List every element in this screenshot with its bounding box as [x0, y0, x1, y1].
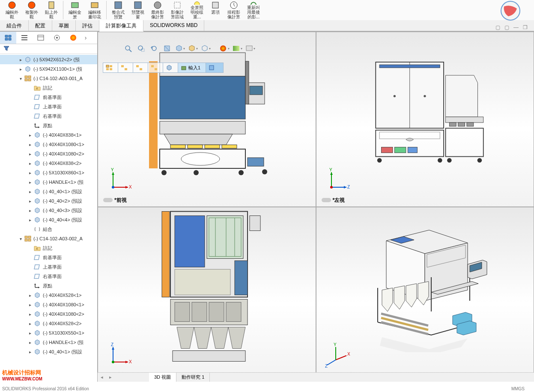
- tree-item[interactable]: 原點: [0, 121, 97, 130]
- tree-item[interactable]: ▸(-) 40X40X528<1>: [0, 290, 97, 300]
- selection-breadcrumb[interactable]: 輸入1: [103, 63, 223, 73]
- property-manager-tab[interactable]: [16, 32, 33, 44]
- minimize-icon[interactable]: —: [513, 24, 519, 30]
- tree-item[interactable]: ▸(-) 40_40<4> (預設: [0, 215, 97, 224]
- tree-expand-icon[interactable]: ▸: [27, 180, 33, 185]
- view-settings-icon[interactable]: ▾: [245, 44, 255, 53]
- tree-item[interactable]: ▸(-) 40_40<1> (預設: [0, 347, 97, 356]
- viewport-left[interactable]: ZY *左視: [316, 32, 534, 207]
- tree-item[interactable]: ▸(-) 5X942X612<2> (預: [0, 55, 97, 64]
- filter-icon[interactable]: [3, 45, 9, 51]
- tree-expand-icon[interactable]: ▸: [27, 293, 33, 298]
- tree-item[interactable]: 原點: [0, 281, 97, 290]
- tree-item[interactable]: 上基準面: [0, 102, 97, 111]
- tab-scroll-right-icon[interactable]: ▸: [106, 373, 115, 382]
- tree-expand-icon[interactable]: ▸: [27, 218, 33, 222]
- tree-item[interactable]: A註記: [0, 83, 97, 93]
- tree-expand-icon[interactable]: ▸: [27, 312, 33, 317]
- prev-viewport-icon[interactable]: ▢: [495, 24, 500, 30]
- tree-item[interactable]: 右基準面: [0, 111, 97, 121]
- ribbon-render-region[interactable]: 影像計算區域: [167, 0, 187, 20]
- tree-item[interactable]: 前基準面: [0, 93, 97, 102]
- tree-expand-icon[interactable]: ▸: [27, 331, 33, 335]
- edit-appearance-icon[interactable]: ▾: [219, 44, 230, 53]
- ribbon-edit-scene[interactable]: 編輯全景: [65, 0, 85, 20]
- viewport-top[interactable]: XZ *上視: [98, 207, 316, 382]
- tree-item[interactable]: 結合: [0, 224, 97, 234]
- ribbon-schedule-render[interactable]: 排程影像計算: [224, 0, 244, 20]
- tree-item[interactable]: ▸(-) HANDLE<1> (預: [0, 177, 97, 187]
- tree-item[interactable]: ▸(-) HANDLE<1> (預: [0, 338, 97, 347]
- section-view-icon[interactable]: [162, 44, 172, 53]
- ribbon-copy-appearance[interactable]: 複製外觀: [22, 0, 42, 20]
- tree-expand-icon[interactable]: ▸: [27, 171, 33, 175]
- tree-item[interactable]: ▸(-) 40X40X1080<1>: [0, 300, 97, 309]
- ribbon-scene-illumination[interactable]: 全景照明校樣重...: [187, 0, 207, 20]
- tree-expand-icon[interactable]: ▸: [27, 161, 33, 166]
- display-manager-tab[interactable]: [65, 32, 81, 44]
- tree-item[interactable]: ▸(-) 40_40<3> (預設: [0, 206, 97, 215]
- tree-item[interactable]: 右基準面: [0, 272, 97, 281]
- tab-mbd[interactable]: SOLIDWORKS MBD: [143, 20, 204, 31]
- tree-item[interactable]: A註記: [0, 243, 97, 253]
- tree-item[interactable]: ▾(-) C14-102-A03-001_A: [0, 74, 97, 83]
- tree-expand-icon[interactable]: ▸: [27, 199, 33, 203]
- bottom-tab-motion-study[interactable]: 動作研究 1: [176, 373, 210, 382]
- tree-expand-icon[interactable]: ▸: [27, 340, 33, 345]
- expand-arrow-icon[interactable]: ›: [81, 32, 90, 44]
- viewport-isometric[interactable]: X Y Z *不等角視圖: [316, 207, 534, 382]
- tree-expand-icon[interactable]: ▸: [27, 142, 33, 147]
- ribbon-paste-appearance[interactable]: 貼上外觀: [42, 0, 61, 20]
- tree-item[interactable]: ▸(-) 40X40X1080<2>: [0, 149, 97, 159]
- tab-scroll-left-icon[interactable]: ◂: [98, 373, 106, 382]
- tree-item[interactable]: ▸(-) 5X942X1100<1> (預: [0, 64, 97, 74]
- tree-expand-icon[interactable]: ▸: [18, 57, 23, 62]
- configuration-manager-tab[interactable]: [33, 32, 49, 44]
- tree-expand-icon[interactable]: ▾: [18, 236, 23, 241]
- tab-assembly[interactable]: 組合件: [0, 20, 29, 31]
- ribbon-edit-appearance[interactable]: 編輯外觀: [2, 0, 22, 20]
- tree-item[interactable]: ▾(-) C14-102-A03-002_A: [0, 234, 97, 243]
- display-style-icon[interactable]: ▾: [188, 44, 198, 53]
- bottom-tab-3dview[interactable]: 3D 視圖: [149, 373, 176, 382]
- tree-item[interactable]: ▸(-) 40X40X838<1>: [0, 130, 97, 140]
- feature-tree-tab[interactable]: [0, 32, 16, 44]
- tree-expand-icon[interactable]: ▸: [27, 133, 33, 138]
- apply-scene-icon[interactable]: ▾: [232, 44, 242, 53]
- ribbon-final-render[interactable]: 最終影像計算: [148, 0, 167, 20]
- tree-item[interactable]: ▸(-) 40X40X1080<2>: [0, 309, 97, 319]
- tab-evaluate[interactable]: 評估: [76, 20, 99, 31]
- tab-render-tools[interactable]: 計算影像工具: [99, 20, 143, 32]
- tree-expand-icon[interactable]: ▸: [27, 208, 33, 213]
- tree-item[interactable]: 前基準面: [0, 253, 97, 262]
- crumb-part[interactable]: [163, 63, 178, 73]
- tree-item[interactable]: 上基準面: [0, 262, 97, 272]
- crumb-selection[interactable]: [206, 63, 224, 73]
- tree-item[interactable]: ▸(-) 40X40X528<2>: [0, 319, 97, 328]
- ribbon-integrated-preview[interactable]: 整合式預覽: [108, 0, 128, 20]
- tree-expand-icon[interactable]: ▸: [27, 152, 33, 156]
- tree-item[interactable]: ▸(-) 40_40<1> (預設: [0, 187, 97, 196]
- crumb-sub3[interactable]: [148, 63, 163, 73]
- zoom-area-icon[interactable]: [136, 44, 146, 53]
- ribbon-edit-decal[interactable]: 編輯移畫印花: [85, 0, 104, 20]
- tree-item[interactable]: ▸(-) 40X40X838<2>: [0, 159, 97, 168]
- crumb-feature[interactable]: 輸入1: [178, 63, 206, 73]
- previous-view-icon[interactable]: [149, 44, 159, 53]
- viewport-front[interactable]: XY *前視: [98, 32, 316, 207]
- feature-tree[interactable]: ▸(-) 5X942X612<2> (預▸(-) 5X942X1100<1> (…: [0, 54, 97, 382]
- tree-expand-icon[interactable]: ▸: [27, 321, 33, 326]
- crumb-root[interactable]: [103, 63, 118, 73]
- dimxpert-manager-tab[interactable]: [49, 32, 65, 44]
- tab-layout[interactable]: 配置: [29, 20, 52, 31]
- ribbon-recall-last[interactable]: 重新叫用最後的影...: [244, 0, 263, 20]
- tree-expand-icon[interactable]: ▸: [27, 350, 33, 354]
- tree-expand-icon[interactable]: ▸: [27, 189, 33, 194]
- tab-sketch[interactable]: 草圖: [52, 20, 76, 31]
- tree-item[interactable]: ▸(-) 5X1030X550<1>: [0, 328, 97, 338]
- tree-expand-icon[interactable]: ▸: [27, 302, 33, 307]
- zoom-fit-icon[interactable]: [123, 44, 134, 53]
- restore-icon[interactable]: ❐: [523, 24, 528, 30]
- ribbon-preview-window[interactable]: 預覽視窗: [128, 0, 148, 20]
- hide-show-icon[interactable]: ▾: [200, 44, 211, 53]
